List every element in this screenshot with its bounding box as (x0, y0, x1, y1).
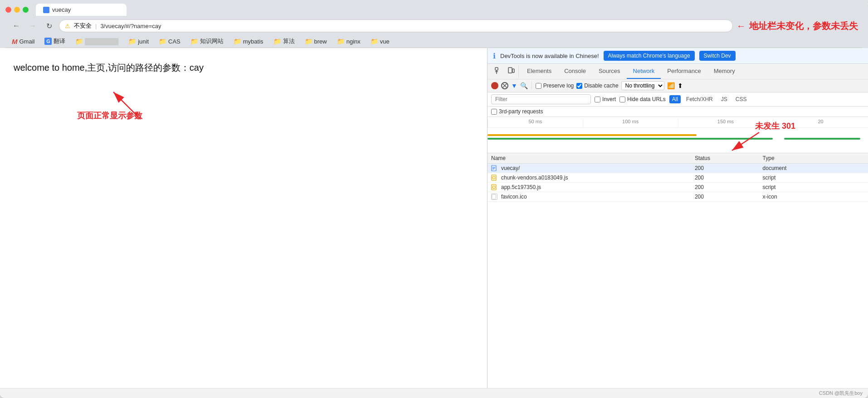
always-match-button[interactable]: Always match Chrome's language (604, 51, 695, 61)
col-header-name: Name (491, 155, 695, 161)
bookmark-gmail-label: Gmail (20, 38, 35, 45)
svg-rect-19 (492, 194, 496, 199)
bookmark-cas[interactable]: 📁 CAS (157, 37, 182, 46)
tab-bar: vuecay (5, 4, 863, 16)
device-toolbar-button[interactable] (506, 65, 517, 78)
net-table-header: Name Status Type (488, 153, 868, 164)
invert-checkbox[interactable] (595, 97, 600, 102)
bookmark-blurred[interactable]: 📁 ████████ (73, 37, 120, 46)
translate-icon: G (44, 38, 52, 45)
tab-elements[interactable]: Elements (521, 64, 558, 79)
tab-sources[interactable]: Sources (592, 64, 627, 79)
network-table: Name Status Type (488, 153, 868, 388)
filter-all-btn[interactable]: All (669, 95, 681, 103)
bookmark-zhishi[interactable]: 📁 知识网站 (189, 36, 225, 46)
maximize-button[interactable] (23, 7, 29, 13)
disable-cache-label: Disable cache (584, 83, 618, 89)
timeline-bar-orange (488, 134, 697, 136)
info-icon: ℹ (493, 52, 496, 60)
filter-js-btn[interactable]: JS (718, 95, 730, 103)
filter-xhr-btn[interactable]: Fetch/XHR (683, 95, 716, 103)
inspect-element-button[interactable] (493, 65, 504, 78)
third-party-checkbox-label[interactable]: 3rd-party requests (491, 108, 543, 115)
filter-type-buttons: All Fetch/XHR JS CSS (669, 95, 750, 103)
tab-memory[interactable]: Memory (707, 64, 741, 79)
row2-name-cell: chunk-vendors.a0183049.js (491, 175, 695, 181)
folder-icon-zhishi: 📁 (190, 38, 198, 45)
bookmark-junit[interactable]: 📁 junit (127, 37, 151, 46)
filter-input[interactable] (491, 94, 591, 104)
bookmark-gmail[interactable]: M Gmail (10, 37, 36, 46)
url-separator: | (95, 23, 97, 29)
bookmark-blurred-label: ████████ (85, 38, 118, 45)
table-row[interactable]: chunk-vendors.a0183049.js 200 script (488, 173, 868, 183)
js-icon (491, 175, 497, 181)
close-button[interactable] (5, 7, 11, 13)
bookmark-mybatis[interactable]: 📁 mybatis (232, 37, 265, 46)
tab-label: vuecay (52, 6, 71, 13)
hide-data-urls-checkbox[interactable] (619, 97, 625, 102)
table-row[interactable]: app.5c197350.js 200 script (488, 183, 868, 192)
reload-button[interactable]: ↻ (43, 19, 55, 32)
tab-performance[interactable]: Performance (661, 64, 707, 79)
main-content: welcome to home,主页,访问的路径的参数：cay 页面正常显示参数 (0, 48, 868, 388)
filter-css-btn[interactable]: CSS (733, 95, 750, 103)
back-button[interactable]: ← (10, 19, 23, 32)
col-header-status: Status (695, 155, 763, 161)
bookmark-translate[interactable]: G 翻译 (43, 36, 67, 46)
security-text: 不安全 (74, 22, 92, 30)
upload-icon: ⬆ (678, 82, 683, 89)
bookmark-nginx[interactable]: 📁 nginx (335, 37, 362, 46)
timeline-bar-green2 (784, 138, 860, 140)
throttle-select[interactable]: No throttling Slow 3G Fast 3G (621, 81, 664, 90)
switch-dev-button[interactable]: Switch Dev (699, 51, 736, 61)
bookmark-brew[interactable]: 📁 brew (303, 37, 329, 46)
svg-rect-5 (508, 68, 512, 73)
bookmark-junit-label: junit (138, 38, 149, 45)
preserve-log-checkbox[interactable] (536, 83, 541, 89)
search-icon[interactable]: 🔍 (520, 82, 528, 89)
address-bar-row: ← → ↻ ⚠ 不安全 | 3/vuecay/#/?name=cay ← 地址栏… (5, 18, 863, 35)
url-text: 3/vuecay/#/?name=cay (100, 23, 727, 29)
hide-data-urls-label[interactable]: Hide data URLs (619, 96, 666, 102)
bookmark-vue[interactable]: 📁 vue (369, 37, 391, 46)
row2-name: chunk-vendors.a0183049.js (501, 175, 568, 181)
bookmark-suanfa[interactable]: 📁 算法 (272, 36, 297, 46)
svg-rect-2 (495, 68, 498, 70)
address-bar[interactable]: ⚠ 不安全 | 3/vuecay/#/?name=cay (59, 19, 733, 32)
row3-type: script (763, 184, 864, 190)
table-row[interactable]: favicon.ico 200 x-icon (488, 192, 868, 202)
table-row[interactable]: vuecay/ 200 document (488, 164, 868, 173)
invert-label: Invert (602, 96, 616, 102)
forward-button[interactable]: → (26, 19, 39, 32)
network-toolbar: ▼ 🔍 Preserve log Disable cache No thrott… (488, 79, 868, 92)
disable-cache-checkbox[interactable] (576, 83, 582, 89)
no-301-arrow (723, 130, 777, 153)
disable-cache-checkbox-label[interactable]: Disable cache (576, 83, 618, 89)
svg-line-10 (732, 132, 759, 150)
bottom-bar: CSDN @凯先生boy (0, 388, 868, 398)
js-icon2 (491, 184, 497, 190)
browser-window: vuecay ← → ↻ ⚠ 不安全 | 3/vuecay/#/?name=ca… (0, 0, 868, 398)
folder-icon-blurred: 📁 (75, 38, 83, 45)
col-header-type: Type (763, 155, 864, 161)
window-controls (5, 7, 29, 13)
preserve-log-checkbox-label[interactable]: Preserve log (536, 83, 574, 89)
filter-bar: Invert Hide data URLs All Fetch/XHR JS C… (488, 92, 868, 107)
stop-button[interactable] (501, 82, 508, 89)
tab-network[interactable]: Network (627, 64, 661, 79)
tab-console[interactable]: Console (558, 64, 592, 79)
bookmark-mybatis-label: mybatis (243, 38, 263, 45)
folder-icon-vue: 📁 (371, 38, 378, 45)
page-content: welcome to home,主页,访问的路径的参数：cay 页面正常显示参数 (0, 48, 487, 388)
row4-name: favicon.ico (501, 194, 527, 200)
active-tab[interactable]: vuecay (36, 4, 127, 16)
third-party-checkbox[interactable] (491, 109, 497, 115)
svg-rect-6 (512, 69, 514, 73)
minimize-button[interactable] (14, 7, 20, 13)
invert-checkbox-label[interactable]: Invert (595, 96, 616, 102)
record-button[interactable] (491, 82, 498, 89)
row3-name: app.5c197350.js (501, 184, 541, 190)
row3-status: 200 (695, 184, 763, 190)
devtools-info-bar: ℹ DevTools is now available in Chinese! … (488, 48, 868, 64)
